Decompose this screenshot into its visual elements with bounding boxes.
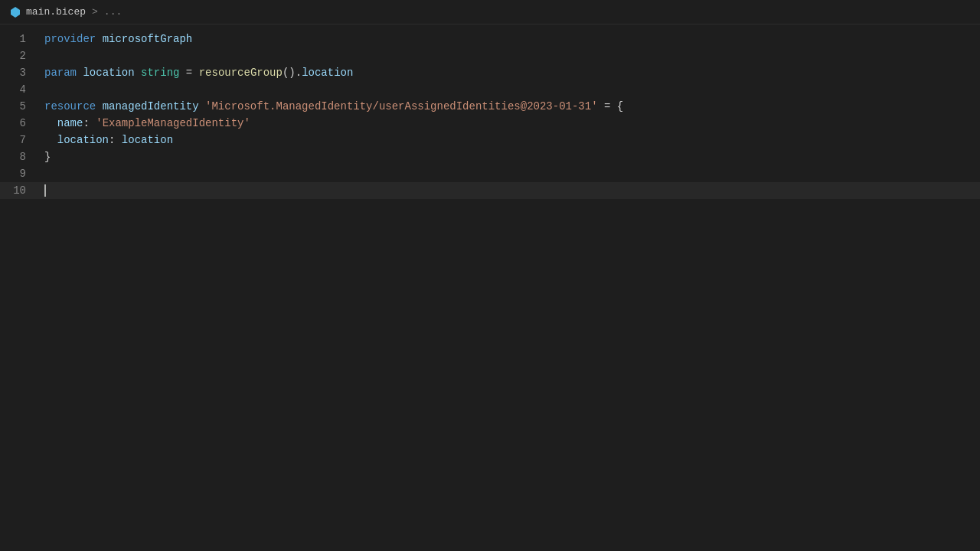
token: managedIdentity [103, 100, 199, 112]
code-line: 5resource managedIdentity 'Microsoft.Man… [0, 98, 980, 115]
token: location [122, 134, 173, 146]
title-bar: main.bicep > ... [0, 0, 980, 24]
token: location [83, 67, 134, 79]
line-number: 1 [0, 31, 38, 47]
line-number: 4 [0, 81, 38, 98]
breadcrumb-ellipsis: ... [104, 6, 122, 18]
code-line: 3param location string = resourceGroup()… [0, 64, 980, 81]
code-content[interactable]: provider microsoftGraph [38, 31, 980, 47]
code-line: 10 [0, 182, 980, 199]
token: param [44, 67, 77, 79]
file-icon [9, 6, 21, 18]
code-content[interactable]: } [38, 148, 980, 165]
token [44, 117, 57, 129]
token: } [44, 151, 51, 163]
token: 'Microsoft.ManagedIdentity/userAssignedI… [205, 100, 597, 112]
token: provider [44, 33, 96, 45]
token: : [83, 117, 96, 129]
svg-marker-0 [11, 7, 20, 18]
token: name [57, 117, 83, 129]
code-line: 4 [0, 81, 980, 98]
token: resourceGroup [199, 67, 283, 79]
token: resource [44, 100, 96, 112]
code-line: 6 name: 'ExampleManagedIdentity' [0, 115, 980, 132]
editor-area[interactable]: 1provider microsoftGraph23param location… [0, 24, 980, 205]
token: = [179, 67, 198, 79]
code-content[interactable]: param location string = resourceGroup().… [38, 64, 980, 81]
line-number: 3 [0, 64, 38, 81]
token [96, 100, 102, 112]
line-number: 10 [0, 182, 38, 199]
breadcrumb-separator: > [92, 6, 98, 18]
code-content[interactable] [38, 182, 980, 199]
code-line: 7 location: location [0, 132, 980, 148]
token [44, 134, 57, 146]
line-number: 9 [0, 165, 38, 182]
line-number: 7 [0, 132, 38, 148]
line-number: 2 [0, 47, 38, 64]
text-cursor [44, 184, 46, 197]
filename: main.bicep [26, 6, 86, 18]
code-line: 1provider microsoftGraph [0, 31, 980, 47]
code-content[interactable]: resource managedIdentity 'Microsoft.Mana… [38, 98, 980, 115]
token [96, 33, 102, 45]
code-line: 8} [0, 148, 980, 165]
token: location [57, 134, 109, 146]
code-line: 9 [0, 165, 980, 182]
line-number: 5 [0, 98, 38, 115]
token [199, 100, 205, 112]
line-number: 8 [0, 148, 38, 165]
token: = { [598, 100, 624, 112]
code-content[interactable]: location: location [38, 132, 980, 148]
token: : [109, 134, 122, 146]
empty-area [0, 205, 980, 551]
token: microsoftGraph [103, 33, 193, 45]
code-line: 2 [0, 47, 980, 64]
code-content[interactable]: name: 'ExampleManagedIdentity' [38, 115, 980, 132]
token: location [302, 67, 353, 79]
token [135, 67, 141, 79]
token: (). [283, 67, 302, 79]
line-number: 6 [0, 115, 38, 132]
token: string [141, 67, 179, 79]
token: 'ExampleManagedIdentity' [96, 117, 250, 129]
